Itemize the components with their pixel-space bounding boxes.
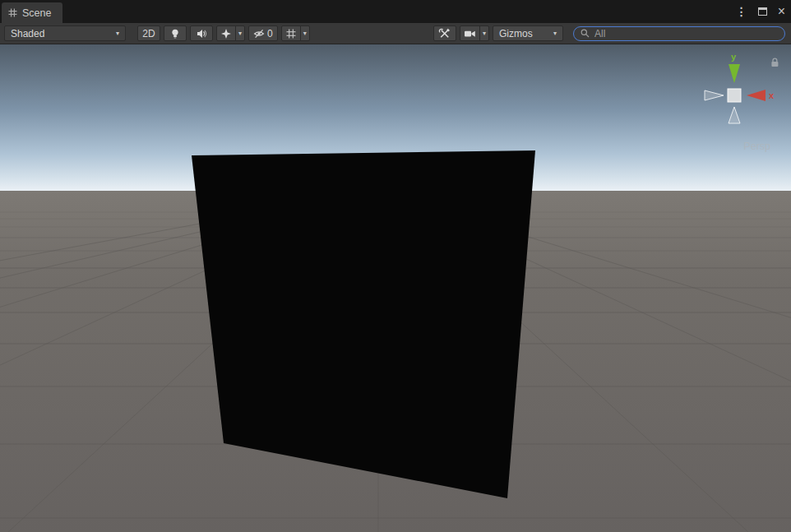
scene-render-canvas[interactable] [0,44,791,532]
tab-scene[interactable]: Scene [2,2,62,23]
effects-dropdown-group: ▾ [216,25,245,41]
axis-x-cone[interactable] [747,90,766,101]
audio-toggle[interactable] [190,25,213,41]
window-tab-bar: Scene ⋮ × [0,0,791,23]
scene-object-black-cube[interactable] [192,150,535,498]
draw-mode-dropdown[interactable]: Shaded ▾ [4,25,126,41]
scene-search-field[interactable] [573,26,785,41]
search-icon [580,28,590,39]
axis-neg-y-cone[interactable] [729,107,740,123]
effects-dropdown[interactable]: ▾ [235,26,244,40]
tab-scene-label: Scene [22,7,51,19]
close-icon[interactable]: × [778,5,785,18]
tools-icon [438,28,451,39]
window-menu-icon[interactable]: ⋮ [736,6,747,17]
lighting-toggle[interactable] [164,25,187,41]
gizmo-center-cube[interactable] [728,89,741,102]
chevron-down-icon: ▾ [238,30,242,37]
chevron-down-icon: ▾ [483,30,486,37]
search-input[interactable] [594,28,778,39]
orientation-gizmo[interactable]: y x [695,46,780,128]
chevron-down-icon: ▾ [116,30,119,37]
window-controls: ⋮ × [736,0,785,23]
component-tools-button[interactable] [433,25,456,41]
maximize-icon[interactable] [758,7,767,16]
camera-icon [464,28,476,39]
scene-view-toolbar: Shaded ▾ 2D ▾ [0,23,791,44]
chevron-down-icon: ▾ [553,30,557,37]
gizmos-dropdown[interactable]: Gizmos ▾ [493,25,563,41]
eye-off-icon [253,28,265,39]
grid-settings-dropdown[interactable]: ▾ [300,26,309,40]
speaker-icon [196,28,207,39]
projection-toggle[interactable]: Persp [743,141,770,152]
camera-dropdown-group: ▾ [460,25,489,41]
effects-toggle[interactable] [217,26,235,40]
light-bulb-icon [169,28,181,39]
scene-viewport[interactable]: y x Persp [0,44,791,532]
grid-icon [285,28,297,39]
effects-icon [220,28,232,39]
draw-mode-label: Shaded [11,28,44,39]
camera-dropdown[interactable]: ▾ [479,26,488,40]
axis-neg-x-cone[interactable] [705,90,724,100]
camera-settings-button[interactable] [460,26,479,40]
scene-grid-icon [8,8,17,17]
mode-2d-toggle[interactable]: 2D [137,25,160,41]
hidden-objects-button[interactable]: 0 [248,25,278,41]
gizmos-label: Gizmos [499,28,533,39]
axis-y-label: y [731,52,737,62]
axis-y-cone[interactable] [729,64,740,83]
hidden-objects-count: 0 [267,28,273,39]
chevron-down-icon: ▾ [303,30,307,37]
mode-2d-label: 2D [142,28,155,39]
grid-visibility-toggle[interactable] [282,26,300,40]
grid-dropdown-group: ▾ [281,25,310,41]
lock-icon[interactable] [770,58,780,67]
axis-x-label: x [769,90,775,100]
